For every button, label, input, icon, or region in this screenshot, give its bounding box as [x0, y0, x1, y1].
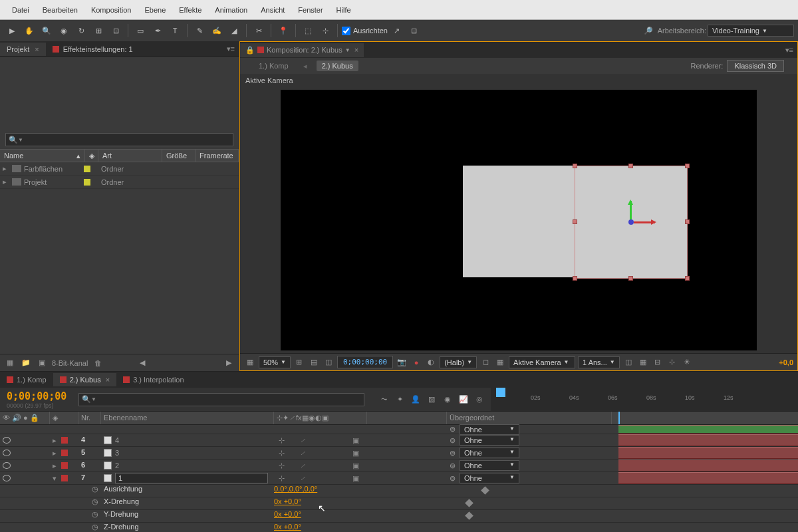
grid-icon[interactable]: ⊞ — [293, 356, 305, 368]
property-y-drehung[interactable]: ◷ Y-Drehung 0x +0,0° — [0, 510, 798, 523]
handle-bc[interactable] — [628, 276, 633, 281]
menu-ansicht[interactable]: Ansicht — [254, 3, 291, 17]
trash-icon[interactable]: 🗑 — [92, 357, 104, 369]
property-value[interactable]: 0x +0,0° — [274, 497, 301, 509]
handle-tr[interactable] — [685, 164, 690, 168]
handle-mr[interactable] — [685, 219, 690, 224]
stopwatch-icon[interactable]: ◷ — [92, 510, 101, 519]
stopwatch-icon[interactable]: ◷ — [92, 485, 101, 494]
stopwatch-icon[interactable]: ◷ — [92, 497, 101, 507]
views-layout-dropdown[interactable]: 1 Ans...▼ — [578, 356, 620, 368]
layer-bar[interactable] — [618, 425, 798, 434]
layer-row-7[interactable]: ▾ 7 ⊹⟋▣ ⊚Ohne▼ — [0, 472, 798, 485]
menu-ebene[interactable]: Ebene — [138, 3, 172, 17]
layer-name-input[interactable] — [115, 473, 268, 483]
renderer-dropdown[interactable]: Klassisch 3D — [727, 60, 784, 72]
camera-tool[interactable]: ⊞ — [90, 23, 106, 39]
eye-icon[interactable] — [3, 475, 11, 481]
flowchart-icon[interactable]: ⊹ — [666, 356, 678, 368]
keyframe-marker[interactable] — [481, 486, 489, 495]
project-tab[interactable]: Projekt× — [0, 43, 46, 56]
project-item-projekt[interactable]: ▸ Projekt Ordner — [0, 176, 239, 189]
exposure-value[interactable]: +0,0 — [779, 358, 793, 366]
graph-editor-icon[interactable]: 📈 — [458, 394, 469, 406]
breadcrumb-komp[interactable]: 1.) Komp — [253, 61, 294, 71]
twirl-icon[interactable]: ▸ — [53, 436, 59, 445]
comp-viewer[interactable] — [240, 87, 797, 353]
layer-row-5[interactable]: ▸ 5 3 ⊹⟋▣ ⊚Ohne▼ — [0, 447, 798, 460]
property-value[interactable]: 0x +0,0° — [274, 510, 301, 522]
menu-komposition[interactable]: Komposition — [84, 3, 138, 17]
workspace-dropdown[interactable]: Video-Training▼ — [708, 25, 794, 37]
pickwhip-icon[interactable]: ⊚ — [450, 449, 456, 458]
handle-br[interactable] — [685, 276, 690, 281]
twirl-icon[interactable]: ▾ — [53, 474, 59, 483]
zoom-dropdown[interactable]: 50%▼ — [259, 356, 291, 368]
x-axis-gizmo[interactable] — [634, 221, 655, 223]
menu-datei[interactable]: Datei — [5, 3, 36, 17]
lock-icon[interactable]: 🔒 — [245, 46, 255, 55]
pickwhip-icon[interactable]: ⊚ — [450, 462, 456, 470]
current-time[interactable]: 0;00;00;00 — [337, 356, 393, 368]
col-art[interactable]: Art — [98, 150, 162, 162]
label-swatch[interactable] — [61, 437, 68, 444]
roi-icon[interactable]: ◻ — [479, 356, 491, 368]
layer-shape-back[interactable] — [463, 166, 575, 277]
menu-effekte[interactable]: Effekte — [172, 3, 208, 17]
menu-animation[interactable]: Animation — [208, 3, 254, 17]
property-z-drehung[interactable]: ◷ Z-Drehung 0x +0,0° — [0, 523, 798, 532]
snapshot-icon[interactable]: 📷 — [396, 356, 408, 368]
comp-mini-flowchart-icon[interactable]: ⤳ — [378, 394, 390, 406]
layer-shape-selected[interactable] — [575, 166, 688, 279]
fast-preview-icon[interactable]: ▦ — [637, 356, 649, 368]
selection-tool[interactable]: ▶ — [4, 23, 20, 39]
parent-dropdown[interactable]: Ohne▼ — [460, 473, 519, 483]
snap-checkbox[interactable]: Ausrichten — [342, 27, 388, 35]
layer-row-4[interactable]: ▸ 4 4 ⊹⟋▣ ⊚Ohne▼ — [0, 434, 798, 447]
handle-tc[interactable] — [628, 164, 633, 168]
clone-tool[interactable]: ✍ — [209, 23, 225, 39]
label-swatch[interactable] — [84, 166, 90, 172]
scroll-left-icon[interactable]: ◀ — [136, 357, 148, 369]
pan-behind-tool[interactable]: ⊡ — [108, 23, 124, 39]
channel-icon2[interactable]: ◐ — [425, 356, 437, 368]
brush-tool[interactable]: ✎ — [192, 23, 207, 39]
motion-blur-icon[interactable]: ◉ — [442, 394, 454, 406]
time-ruler[interactable]: 02s 04s 06s 08s 10s 12s — [491, 388, 798, 411]
roto-tool[interactable]: ✂ — [251, 23, 267, 39]
exposure-reset-icon[interactable]: ☀ — [681, 356, 693, 368]
shape-tool[interactable]: ▭ — [132, 23, 148, 39]
panel-menu-icon[interactable]: ▾≡ — [227, 45, 235, 53]
eye-icon[interactable] — [3, 437, 11, 444]
world-axis-icon[interactable]: ⊹ — [317, 23, 333, 39]
pickwhip-icon[interactable]: ⊚ — [450, 436, 456, 445]
label-swatch[interactable] — [61, 450, 68, 456]
snap-grid-icon[interactable]: ⊡ — [406, 23, 422, 39]
menu-fenster[interactable]: Fenster — [291, 3, 329, 17]
brainstorm-icon[interactable]: ◎ — [473, 394, 485, 406]
handle-bl[interactable] — [573, 276, 577, 281]
eye-icon[interactable] — [3, 462, 11, 469]
layer-bar[interactable] — [618, 460, 798, 471]
timeline-tab-kubus[interactable]: 2.) Kubus× — [53, 373, 117, 386]
panel-menu-icon[interactable]: ▾≡ — [785, 46, 793, 55]
mask-icon[interactable]: ◫ — [323, 356, 334, 368]
eraser-tool[interactable]: ◢ — [226, 23, 242, 39]
effect-controls-tab[interactable]: Effekteinstellungen: 1 — [46, 43, 140, 56]
label-swatch[interactable] — [84, 179, 90, 186]
menu-bearbeiten[interactable]: Bearbeiten — [36, 3, 84, 17]
col-groesse[interactable]: Größe — [162, 150, 196, 162]
scroll-right-icon[interactable]: ▶ — [223, 357, 235, 369]
draft3d-icon[interactable]: ✦ — [394, 394, 406, 406]
property-x-drehung[interactable]: ◷ X-Drehung 0x +0,0° — [0, 497, 798, 510]
handle-ml[interactable] — [573, 219, 577, 224]
interpret-footage-icon[interactable]: ▦ — [4, 357, 16, 369]
project-empty-area[interactable] — [0, 189, 239, 354]
channel-icon[interactable]: ● — [410, 356, 422, 368]
z-axis-gizmo[interactable] — [628, 219, 634, 225]
search-icon[interactable]: 🔎 — [640, 23, 656, 39]
breadcrumb-kubus[interactable]: 2.) Kubus — [317, 61, 358, 71]
handle-tl[interactable] — [573, 164, 577, 168]
parent-dropdown[interactable]: Ohne▼ — [460, 424, 519, 435]
always-preview-icon[interactable]: ▦ — [244, 356, 256, 368]
